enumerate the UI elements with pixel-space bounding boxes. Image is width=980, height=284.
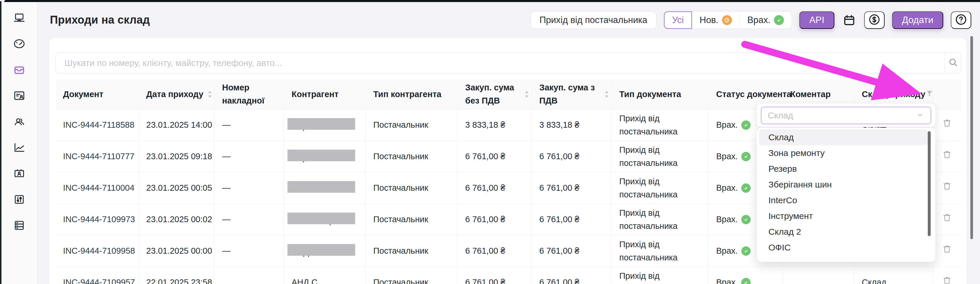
trash-icon [942,275,952,284]
dropdown-option[interactable]: Зона ремонту [759,145,928,161]
cell-contragent-type: Постачальник [366,235,458,267]
cell-sum-vat: 6 761,00 ₴ [532,141,612,172]
column-header-doc_type: Тип документа [612,79,709,109]
column-header-sum_vat: Закуп. сума з ПДВ [532,79,612,109]
delete-row-button[interactable] [933,181,961,195]
cell-contragent: АНД С [284,267,366,284]
cell-doc: INC-9444-7110777 [56,141,138,172]
cell-doc-type: Прихід від постачальника [612,267,709,284]
status-label: Врах. [716,276,738,284]
search-button[interactable] [945,53,961,73]
inbox-icon [13,63,26,77]
redaction-bar [288,244,355,256]
page-scrollbar[interactable] [970,36,973,239]
sidebar-item-analytics[interactable] [12,141,26,155]
add-button[interactable]: Додати [892,11,943,29]
page-title: Приходи на склад [50,14,150,26]
segment-label: Усі [672,15,684,25]
cell-doc: INC-9444-7118588 [56,109,138,141]
column-label: Закуп. сума з ПДВ [539,81,600,107]
cell-actions [933,141,961,172]
column-label: Контрагент [291,88,339,101]
cell-status: Врах. [709,267,783,284]
check-icon [741,246,751,256]
dropdown-option[interactable]: InterCo [759,192,928,208]
delete-row-button[interactable] [933,212,961,227]
cell-contragent-type: Постачальник [366,141,458,172]
cell-actions [933,172,961,203]
cell-actions [933,267,961,284]
cell-doc: INC-9444-7109973 [56,204,138,235]
sidebar-item-registry[interactable] [12,219,26,233]
search-icon [948,57,958,68]
cell-contragent: АВТ Баварія СА [284,204,366,235]
cell-sum-vat: 6 761,00 ₴ [532,235,612,267]
segment-1[interactable]: Нов. [692,12,740,29]
sort-icon[interactable] [605,90,609,98]
dropdown-option[interactable]: Інструмент [759,208,928,224]
delete-row-button[interactable] [933,149,961,163]
warehouse-select[interactable]: Склад [761,107,931,124]
dropdown-option[interactable]: Склад [759,130,928,145]
sidebar-item-clients[interactable] [12,115,26,129]
trash-icon [942,181,952,195]
filter-icon[interactable] [926,89,934,100]
delete-row-button[interactable] [933,118,961,132]
sidebar-item-settings[interactable] [12,193,26,207]
api-button[interactable]: API [799,11,834,29]
column-header-contragent: Контрагент [284,79,366,109]
cell-doc-type: Прихід від постачальника [612,204,709,235]
sidebar-items [2,2,37,233]
question-icon [955,13,967,27]
sidebar-item-staff[interactable] [12,167,26,181]
cell-date: 23.01.2025 00:00 [138,235,215,267]
sort-icon[interactable] [207,90,212,98]
dropdown-option[interactable]: Склад 2 [759,224,928,240]
cell-sum-no-vat: 6 761,00 ₴ [458,172,532,203]
sort-icon[interactable] [525,90,529,98]
sidebar-item-client-card[interactable] [12,89,26,103]
cell-actions [933,109,961,141]
cell-date: 23.01.2025 00:02 [138,204,215,235]
gauge-icon [13,37,26,51]
doc-type-filter-button[interactable]: Прихід від постачальника [531,11,656,29]
check-icon [741,121,751,130]
column-header-invoice: Номер накладної [215,79,284,109]
cell-invoice: — [215,109,284,141]
segment-0[interactable]: Усі [664,11,692,29]
cell-date: 23.01.2025 00:05 [138,172,215,203]
sidebar-item-dashboard[interactable] [12,37,26,51]
chevron-down-icon [916,111,924,120]
segment-label: Врах. [748,15,770,25]
currency-button[interactable] [864,11,885,29]
cell-contragent: АНД С [284,235,366,267]
status-segmented-control: УсіНов.Врах. [664,11,792,29]
badge-icon [13,167,26,181]
cell-doc: INC-9444-7109957 [56,267,138,284]
delete-row-button[interactable] [933,275,961,284]
dropdown-scrollbar[interactable] [928,131,931,236]
status-label: Врах. [716,181,738,195]
sidebar-item-warehouse-receipts[interactable] [12,63,26,77]
column-label: Дата приходу [146,88,204,101]
trash-icon [942,212,952,227]
column-label: Закуп. сума без ПДВ [465,81,520,107]
segment-2[interactable]: Врах. [740,12,791,29]
sidebar-item-terminal[interactable] [12,11,26,25]
server-icon [13,219,26,233]
cell-doc: INC-9444-7110004 [56,172,138,203]
delete-row-button[interactable] [933,244,961,258]
check-icon [741,152,751,161]
search-input[interactable] [56,53,945,73]
cell-invoice [215,267,284,284]
dollar-icon [868,13,881,27]
help-button[interactable] [951,11,971,29]
dropdown-option[interactable]: ОФІС [759,240,928,255]
cell-sum-no-vat: 6 761,00 ₴ [458,267,532,284]
calendar-icon[interactable] [842,13,857,27]
cell-contragent-type: Постачальник [366,172,458,203]
table-row[interactable]: INC-9444-710995722.01.2025 23:58АНД СПос… [56,267,961,284]
cell-sum-vat: 3 833,18 ₴ [532,109,612,141]
dropdown-option[interactable]: Резерв [759,161,928,177]
dropdown-option[interactable]: Зберігання шин [759,177,928,192]
